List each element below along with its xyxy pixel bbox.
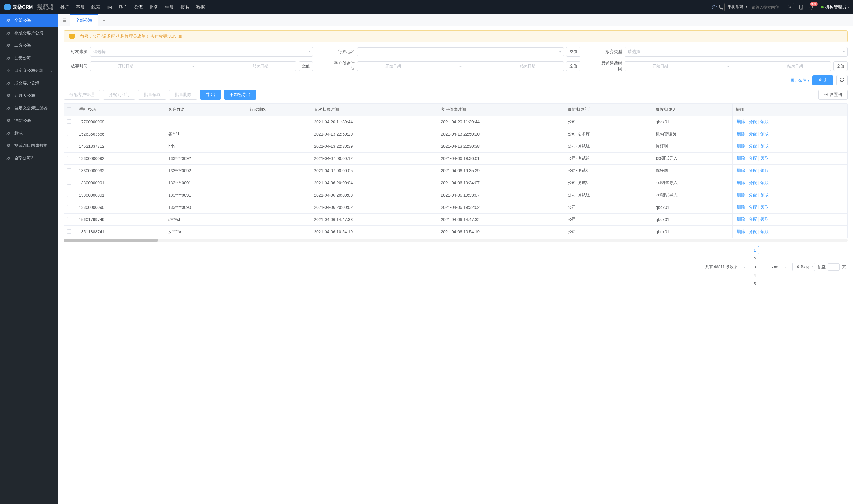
nav-数据[interactable]: 数据 xyxy=(196,4,205,10)
row-checkbox[interactable] xyxy=(67,120,71,124)
assign-link[interactable]: 分配 xyxy=(748,131,758,136)
page-4[interactable]: 4 xyxy=(750,271,759,280)
search-icon[interactable] xyxy=(785,3,794,11)
daterange-放弃时间[interactable]: 开始日期~结束日期 xyxy=(90,61,296,71)
assign-link[interactable]: 分配 xyxy=(748,119,758,124)
nav-报名[interactable]: 报名 xyxy=(181,4,189,10)
logo[interactable]: 云朵CRM 教育机构一站式服务云平台 xyxy=(4,4,53,11)
row-checkbox[interactable] xyxy=(67,229,71,234)
row-checkbox[interactable] xyxy=(67,205,71,209)
row-checkbox[interactable] xyxy=(67,156,71,160)
assign-link[interactable]: 分配 xyxy=(748,217,758,222)
delete-link[interactable]: 删除 xyxy=(736,180,746,185)
nav-学服[interactable]: 学服 xyxy=(165,4,174,10)
user-menu[interactable]: 机构管理员 ▾ xyxy=(821,4,849,10)
row-checkbox[interactable] xyxy=(67,168,71,173)
horizontal-scrollbar[interactable] xyxy=(64,239,848,242)
null-value-button[interactable]: 空值 xyxy=(833,61,848,71)
batch-delete-button[interactable]: 批量删除 xyxy=(169,90,197,100)
claim-link[interactable]: 领取 xyxy=(759,193,770,197)
set-columns-button[interactable]: 设置列 xyxy=(818,90,848,100)
claim-link[interactable]: 领取 xyxy=(759,229,770,234)
assign-link[interactable]: 分配 xyxy=(748,205,758,210)
null-value-button[interactable]: 空值 xyxy=(566,47,580,57)
claim-link[interactable]: 领取 xyxy=(759,180,770,185)
assign-dept-button[interactable]: 分配到部门 xyxy=(103,90,135,100)
claim-link[interactable]: 领取 xyxy=(759,131,770,136)
delete-link[interactable]: 删除 xyxy=(736,131,746,136)
claim-link[interactable]: 领取 xyxy=(759,144,770,148)
assign-link[interactable]: 分配 xyxy=(748,156,758,161)
next-page-button[interactable]: › xyxy=(781,263,789,271)
delete-link[interactable]: 删除 xyxy=(736,193,746,197)
claim-link[interactable]: 领取 xyxy=(759,119,770,124)
row-checkbox[interactable] xyxy=(67,193,71,197)
add-user-icon[interactable] xyxy=(711,4,718,11)
last-page-button[interactable]: 6882 xyxy=(771,263,779,271)
assign-link[interactable]: 分配 xyxy=(748,168,758,173)
delete-link[interactable]: 删除 xyxy=(736,217,746,222)
delete-link[interactable]: 删除 xyxy=(736,205,746,210)
delete-link[interactable]: 删除 xyxy=(736,168,746,173)
page-jump-input[interactable] xyxy=(828,263,840,271)
page-5[interactable]: 5 xyxy=(750,280,759,288)
null-value-button[interactable]: 空值 xyxy=(299,61,313,71)
nav-IM[interactable]: IM xyxy=(107,5,112,10)
refresh-button[interactable] xyxy=(836,75,848,86)
daterange-客户创建时间[interactable]: 开始日期~结束日期 xyxy=(357,61,563,71)
assign-link[interactable]: 分配 xyxy=(748,180,758,185)
sidebar-item-二咨公海[interactable]: 二咨公海 xyxy=(0,39,58,52)
nav-线索[interactable]: 线索 xyxy=(91,4,101,10)
nav-客服[interactable]: 客服 xyxy=(76,4,85,10)
delete-link[interactable]: 删除 xyxy=(736,229,746,234)
sidebar-item-五月天公海[interactable]: 五月天公海 xyxy=(0,89,58,102)
claim-link[interactable]: 领取 xyxy=(759,217,770,222)
bell-icon[interactable] xyxy=(808,4,815,11)
sidebar-item-自定义公海过滤器[interactable]: 自定义公海过滤器 xyxy=(0,102,58,114)
claim-link[interactable]: 领取 xyxy=(759,168,770,173)
sidebar-item-全部公海[interactable]: 全部公海 xyxy=(0,14,58,27)
claim-link[interactable]: 领取 xyxy=(759,205,770,210)
delete-link[interactable]: 删除 xyxy=(736,156,746,161)
page-ellipsis[interactable]: ⋯ xyxy=(761,263,769,271)
tab-all-public[interactable]: 全部公海 xyxy=(70,14,98,26)
nav-客户[interactable]: 客户 xyxy=(119,4,127,10)
sidebar-item-自定义公海分组[interactable]: 自定义公海分组⌄ xyxy=(0,64,58,77)
null-value-button[interactable]: 空值 xyxy=(566,61,580,71)
sidebar-item-注安公海[interactable]: 注安公海 xyxy=(0,52,58,64)
prev-page-button[interactable]: ‹ xyxy=(740,263,749,271)
assign-link[interactable]: 分配 xyxy=(748,144,758,148)
claim-link[interactable]: 领取 xyxy=(759,156,770,161)
nav-公海[interactable]: 公海 xyxy=(134,4,143,10)
export-button[interactable]: 导 出 xyxy=(200,90,221,100)
page-3[interactable]: 3 xyxy=(750,263,759,271)
assign-manager-button[interactable]: 分配客户经理 xyxy=(64,90,100,100)
select-好友来源[interactable]: 请选择 xyxy=(90,47,313,57)
search-input[interactable] xyxy=(749,3,785,11)
add-tab-button[interactable]: + xyxy=(98,18,110,23)
collapse-tabs-icon[interactable]: ☰ xyxy=(58,14,70,26)
nav-推广[interactable]: 推广 xyxy=(60,4,69,10)
delete-link[interactable]: 删除 xyxy=(736,144,746,148)
select-行政地区[interactable] xyxy=(357,47,563,56)
page-size-select[interactable]: 10 条/页 xyxy=(792,263,815,271)
sidebar-item-非成交客户公海[interactable]: 非成交客户公海 xyxy=(0,27,58,39)
assign-link[interactable]: 分配 xyxy=(748,229,758,234)
page-2[interactable]: 2 xyxy=(750,254,759,263)
tablet-icon[interactable] xyxy=(798,4,804,11)
expand-conditions-link[interactable]: 展开条件 ▾ xyxy=(791,78,810,83)
delete-link[interactable]: 删除 xyxy=(736,119,746,124)
search-type-select[interactable]: 手机号码 xyxy=(725,3,749,11)
row-checkbox[interactable] xyxy=(67,181,71,185)
row-checkbox[interactable] xyxy=(67,217,71,221)
daterange-最近通话时间[interactable]: 开始日期~结束日期 xyxy=(624,61,831,71)
sidebar-item-成交客户公海[interactable]: 成交客户公海 xyxy=(0,77,58,89)
batch-claim-button[interactable]: 批量领取 xyxy=(138,90,166,100)
select-放弃类型[interactable]: 请选择 xyxy=(624,47,848,57)
select-all-checkbox[interactable] xyxy=(67,107,71,111)
sidebar-item-测试[interactable]: 测试 xyxy=(0,127,58,139)
row-checkbox[interactable] xyxy=(67,144,71,148)
sidebar-item-测试昨日回库数据[interactable]: 测试昨日回库数据 xyxy=(0,139,58,152)
page-1[interactable]: 1 xyxy=(750,246,759,254)
sidebar-item-全部公海2[interactable]: 全部公海2 xyxy=(0,152,58,164)
